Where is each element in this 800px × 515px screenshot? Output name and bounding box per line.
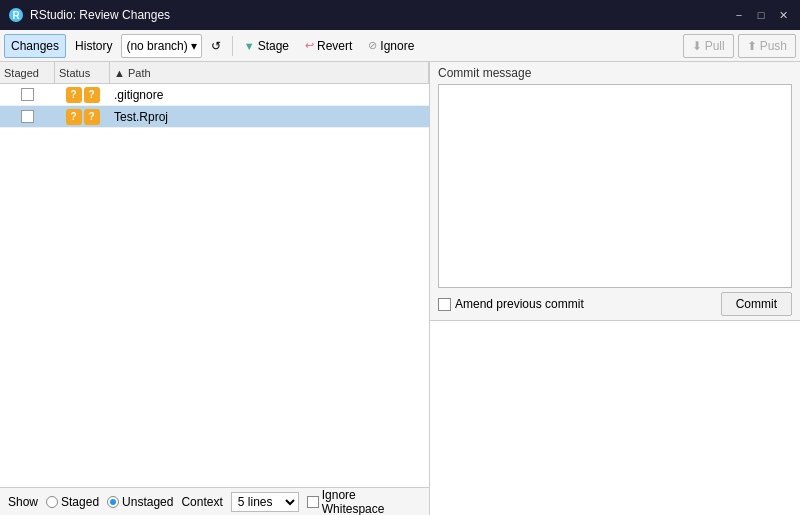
staged-checkbox[interactable] [21, 88, 34, 101]
ignore-icon: ⊘ [368, 39, 377, 52]
unstaged-radio-label: Unstaged [122, 495, 173, 509]
staged-radio-option[interactable]: Staged [46, 495, 99, 509]
path-cell: Test.Rproj [110, 110, 429, 124]
show-label: Show [8, 495, 38, 509]
pull-button[interactable]: ⬇ Pull [683, 34, 734, 58]
staged-checkbox[interactable] [21, 110, 34, 123]
staged-cell [0, 110, 55, 123]
diff-area [430, 320, 800, 515]
header-status[interactable]: Status [55, 62, 110, 83]
stage-icon: ▼ [244, 40, 255, 52]
maximize-button[interactable]: □ [752, 6, 770, 24]
status-badge: ? [66, 87, 82, 103]
toolbar-right: ⬇ Pull ⬆ Push [683, 34, 796, 58]
status-badge-2: ? [84, 109, 100, 125]
app-icon: R [8, 7, 24, 23]
amend-label: Amend previous commit [455, 297, 584, 311]
unstaged-radio-option[interactable]: Unstaged [107, 495, 173, 509]
status-cell: ? ? [55, 109, 110, 125]
context-label: Context [181, 495, 222, 509]
changes-tab-button[interactable]: Changes [4, 34, 66, 58]
header-path[interactable]: ▲ Path [110, 62, 429, 83]
separator-1 [232, 36, 233, 56]
show-bar: Show Staged Unstaged Context 5 lines 3 l… [0, 487, 429, 515]
revert-icon: ↩ [305, 39, 314, 52]
push-icon: ⬆ [747, 39, 757, 53]
pull-icon: ⬇ [692, 39, 702, 53]
table-row[interactable]: ? ? Test.Rproj [0, 106, 429, 128]
revert-button[interactable]: ↩ Revert [298, 34, 359, 58]
status-cell: ? ? [55, 87, 110, 103]
window-controls: − □ ✕ [730, 6, 792, 24]
file-list-header: Staged Status ▲ Path [0, 62, 429, 84]
ignore-whitespace-checkbox[interactable] [307, 496, 319, 508]
file-list: ? ? .gitignore ? ? Test.Rproj [0, 84, 429, 487]
refresh-icon: ↺ [211, 39, 221, 53]
push-button[interactable]: ⬆ Push [738, 34, 796, 58]
path-cell: .gitignore [110, 88, 429, 102]
ignore-whitespace-label: Ignore Whitespace [322, 488, 421, 516]
main-content: Staged Status ▲ Path ? ? .gitignore [0, 62, 800, 515]
context-select[interactable]: 5 lines 3 lines 10 lines All [231, 492, 299, 512]
title-bar: R RStudio: Review Changes − □ ✕ [0, 0, 800, 30]
status-badge: ? [66, 109, 82, 125]
table-row[interactable]: ? ? .gitignore [0, 84, 429, 106]
amend-checkbox[interactable] [438, 298, 451, 311]
commit-button[interactable]: Commit [721, 292, 792, 316]
staged-cell [0, 88, 55, 101]
status-badge-2: ? [84, 87, 100, 103]
commit-footer: Amend previous commit Commit [430, 288, 800, 320]
branch-selector[interactable]: (no branch) ▾ [121, 34, 201, 58]
amend-option[interactable]: Amend previous commit [438, 297, 584, 311]
staged-radio-label: Staged [61, 495, 99, 509]
unstaged-radio[interactable] [107, 496, 119, 508]
window-title: RStudio: Review Changes [30, 8, 730, 22]
stage-button[interactable]: ▼ Stage [237, 34, 296, 58]
branch-dropdown-icon: ▾ [191, 39, 197, 53]
staged-radio[interactable] [46, 496, 58, 508]
ignore-button[interactable]: ⊘ Ignore [361, 34, 421, 58]
history-tab-button[interactable]: History [68, 34, 119, 58]
branch-label: (no branch) [126, 39, 187, 53]
svg-text:R: R [12, 10, 20, 21]
close-button[interactable]: ✕ [774, 6, 792, 24]
minimize-button[interactable]: − [730, 6, 748, 24]
refresh-button[interactable]: ↺ [204, 34, 228, 58]
right-panel: Commit message Amend previous commit Com… [430, 62, 800, 515]
commit-message-input[interactable] [438, 84, 792, 288]
header-staged[interactable]: Staged [0, 62, 55, 83]
toolbar: Changes History (no branch) ▾ ↺ ▼ Stage … [0, 30, 800, 62]
ignore-whitespace-option[interactable]: Ignore Whitespace [307, 488, 421, 516]
left-panel: Staged Status ▲ Path ? ? .gitignore [0, 62, 430, 515]
commit-message-label: Commit message [430, 62, 800, 84]
